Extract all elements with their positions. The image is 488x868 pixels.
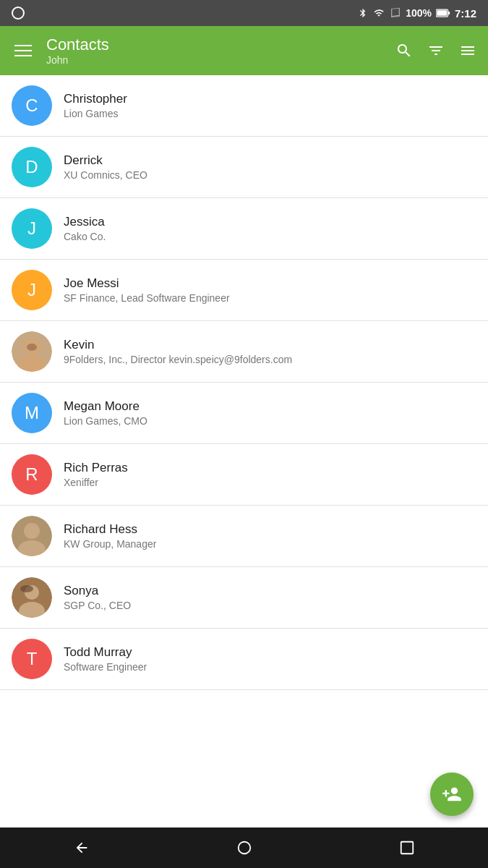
- avatar-initial: D: [25, 157, 38, 177]
- contact-item-todd-murray[interactable]: TTodd MurraySoftware Engineer: [0, 629, 488, 690]
- contact-item-sonya[interactable]: SonyaSGP Co., CEO: [0, 567, 488, 629]
- contact-info-sonya: SonyaSGP Co., CEO: [64, 584, 131, 611]
- contact-name-kevin: Kevin: [64, 338, 292, 352]
- contact-name-christopher: Christopher: [64, 92, 127, 106]
- avatar-richard-hess: [12, 516, 52, 556]
- svg-rect-2: [448, 12, 450, 14]
- svg-rect-1: [437, 10, 447, 16]
- signal-icon: [390, 7, 401, 19]
- toolbar-subtitle: John: [46, 54, 384, 66]
- svg-point-13: [20, 585, 33, 592]
- contact-item-christopher[interactable]: CChristopherLion Games: [0, 75, 488, 137]
- bluetooth-icon: [358, 7, 368, 20]
- toolbar-title-area: Contacts John: [46, 35, 384, 66]
- toolbar-actions: [395, 42, 476, 59]
- menu-button[interactable]: [12, 42, 35, 59]
- contact-name-jessica: Jessica: [64, 215, 106, 229]
- contact-name-rich-perras: Rich Perras: [64, 461, 128, 475]
- contact-detail-christopher: Lion Games: [64, 108, 127, 119]
- toolbar: Contacts John: [0, 26, 488, 75]
- contact-info-richard-hess: Richard HessKW Group, Manager: [64, 522, 156, 550]
- contact-name-sonya: Sonya: [64, 584, 131, 598]
- avatar-megan-moore: M: [12, 393, 52, 433]
- contact-detail-derrick: XU Comnics, CEO: [64, 169, 147, 181]
- avatar-joe-messi: J: [12, 270, 52, 310]
- avatar-christopher: C: [12, 85, 52, 126]
- avatar-initial: J: [27, 218, 36, 239]
- contact-detail-richard-hess: KW Group, Manager: [64, 538, 156, 550]
- svg-rect-15: [401, 842, 413, 854]
- avatar-initial: C: [25, 95, 38, 116]
- contact-name-richard-hess: Richard Hess: [64, 522, 156, 537]
- contact-name-derrick: Derrick: [64, 153, 147, 168]
- avatar-jessica: J: [12, 208, 52, 249]
- svg-point-14: [238, 842, 250, 854]
- search-button[interactable]: [395, 42, 413, 59]
- home-button[interactable]: [219, 834, 270, 861]
- back-button[interactable]: [56, 834, 107, 861]
- battery-text: 100%: [406, 7, 432, 19]
- contact-name-todd-murray: Todd Murray: [64, 645, 147, 660]
- contact-item-rich-perras[interactable]: RRich PerrasXeniffer: [0, 444, 488, 506]
- contact-info-jessica: JessicaCako Co.: [64, 215, 106, 242]
- avatar-initial: T: [27, 649, 38, 669]
- avatar-todd-murray: T: [12, 639, 52, 679]
- contact-info-todd-murray: Todd MurraySoftware Engineer: [64, 645, 147, 673]
- contact-item-megan-moore[interactable]: MMegan MooreLion Games, CMO: [0, 383, 488, 444]
- more-button[interactable]: [459, 42, 476, 59]
- bottom-nav: [0, 827, 488, 868]
- contact-info-joe-messi: Joe MessiSF Finance, Lead Software Engin…: [64, 276, 230, 304]
- contact-item-jessica[interactable]: JJessicaCako Co.: [0, 198, 488, 260]
- status-icons: 100% 7:12: [358, 7, 476, 20]
- avatar-initial: R: [25, 464, 38, 485]
- toolbar-title: Contacts: [46, 35, 384, 54]
- contact-item-joe-messi[interactable]: JJoe MessiSF Finance, Lead Software Engi…: [0, 260, 488, 321]
- add-person-icon: [442, 784, 462, 804]
- contact-item-derrick[interactable]: DDerrickXU Comnics, CEO: [0, 137, 488, 198]
- avatar-rich-perras: R: [12, 454, 52, 495]
- contact-info-rich-perras: Rich PerrasXeniffer: [64, 461, 128, 488]
- contact-info-derrick: DerrickXU Comnics, CEO: [64, 153, 147, 181]
- status-bar: 100% 7:12: [0, 0, 488, 26]
- contact-detail-joe-messi: SF Finance, Lead Software Engineer: [64, 292, 230, 304]
- contact-item-kevin[interactable]: Kevin9Folders, Inc., Director kevin.spei…: [0, 321, 488, 383]
- notification-icon: [12, 7, 25, 20]
- contact-detail-rich-perras: Xeniffer: [64, 477, 128, 488]
- contact-name-joe-messi: Joe Messi: [64, 276, 230, 291]
- avatar-sonya: [12, 577, 52, 618]
- time-text: 7:12: [455, 7, 476, 20]
- contact-detail-todd-murray: Software Engineer: [64, 661, 147, 673]
- contact-list: CChristopherLion GamesDDerrickXU Comnics…: [0, 75, 488, 827]
- contact-detail-megan-moore: Lion Games, CMO: [64, 415, 147, 427]
- add-contact-button[interactable]: [430, 773, 474, 816]
- avatar-kevin: [12, 331, 52, 372]
- svg-point-8: [24, 523, 40, 539]
- recents-button[interactable]: [382, 834, 432, 861]
- avatar-initial: J: [27, 280, 36, 300]
- battery-icon: [436, 8, 450, 18]
- wifi-icon: [372, 8, 385, 18]
- contact-detail-kevin: 9Folders, Inc., Director kevin.speicy@9f…: [64, 354, 292, 365]
- filter-button[interactable]: [427, 42, 445, 59]
- avatar-initial: M: [25, 403, 39, 423]
- contact-info-christopher: ChristopherLion Games: [64, 92, 127, 119]
- contact-detail-jessica: Cako Co.: [64, 231, 106, 242]
- contact-detail-sonya: SGP Co., CEO: [64, 600, 131, 611]
- contact-item-richard-hess[interactable]: Richard HessKW Group, Manager: [0, 506, 488, 567]
- contact-info-megan-moore: Megan MooreLion Games, CMO: [64, 399, 147, 427]
- avatar-derrick: D: [12, 147, 52, 187]
- svg-point-6: [27, 344, 37, 351]
- contact-name-megan-moore: Megan Moore: [64, 399, 147, 414]
- contact-info-kevin: Kevin9Folders, Inc., Director kevin.spei…: [64, 338, 292, 365]
